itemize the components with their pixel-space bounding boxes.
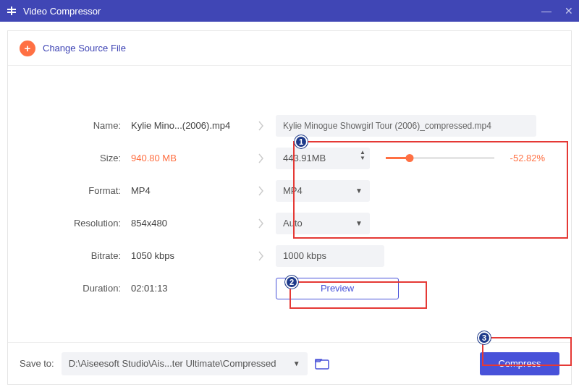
chevron-right-icon <box>247 251 276 261</box>
dest-name: Kylie Minogue Showgirl Tour (2006)_compr… <box>276 115 557 137</box>
label-name: Name: <box>22 120 131 131</box>
compress-button[interactable]: Compress <box>480 352 559 375</box>
dest-resolution: Auto▼ <box>276 213 557 234</box>
size-slider[interactable] <box>386 157 494 159</box>
open-folder-button[interactable] <box>315 357 329 370</box>
chevron-right-icon <box>247 153 276 163</box>
change-source-link[interactable]: Change Source File <box>43 43 126 54</box>
source-name: Kylie Mino...(2006).mp4 <box>131 120 247 131</box>
row-bitrate: Bitrate: 1050 kbps 1000 kbps <box>22 239 557 272</box>
row-format: Format: MP4 MP4▼ <box>22 174 557 207</box>
app-logo-icon <box>6 5 17 17</box>
source-format: MP4 <box>131 185 247 196</box>
chevron-right-icon <box>247 218 276 229</box>
dest-size: 443.91MB ▲▼ -52.82% <box>276 148 557 169</box>
row-name: Name: Kylie Mino...(2006).mp4 Kylie Mino… <box>22 109 557 142</box>
row-resolution: Resolution: 854x480 Auto▼ <box>22 207 557 239</box>
svg-rect-2 <box>11 7 12 15</box>
caret-down-icon: ▼ <box>355 219 363 227</box>
change-source-row: + Change Source File <box>8 31 571 66</box>
save-path-dropdown[interactable]: D:\Aiseesoft Studio\Ais...ter Ultimate\C… <box>62 352 308 375</box>
output-resolution-dropdown[interactable]: Auto▼ <box>276 213 370 234</box>
label-duration: Duration: <box>22 283 131 294</box>
save-to-label: Save to: <box>20 358 54 369</box>
label-bitrate: Bitrate: <box>22 250 131 261</box>
add-icon[interactable]: + <box>20 41 35 56</box>
window-title: Video Compressor <box>23 6 541 17</box>
annotation-badge-1: 1 <box>295 135 308 148</box>
annotation-badge-3: 3 <box>478 331 491 344</box>
source-size: 940.80 MB <box>131 153 247 163</box>
dest-preview: Preview <box>276 278 557 299</box>
source-duration: 02:01:13 <box>131 283 247 294</box>
stepper-controls[interactable]: ▲▼ <box>360 150 365 161</box>
window-buttons: ― ✕ <box>541 5 573 17</box>
caret-down-icon: ▼ <box>293 359 300 367</box>
output-size-stepper[interactable]: 443.91MB ▲▼ <box>276 148 370 169</box>
output-format-dropdown[interactable]: MP4▼ <box>276 180 370 202</box>
label-resolution: Resolution: <box>22 218 131 229</box>
dest-bitrate: 1000 kbps <box>276 245 557 267</box>
slider-thumb[interactable] <box>406 154 414 162</box>
annotation-badge-2: 2 <box>285 276 298 289</box>
label-format: Format: <box>22 185 131 196</box>
bottom-bar: Save to: D:\Aiseesoft Studio\Ais...ter U… <box>8 342 571 384</box>
row-size: Size: 940.80 MB 443.91MB ▲▼ -52.82% <box>22 142 557 174</box>
caret-down-icon: ▼ <box>355 187 363 195</box>
source-bitrate: 1050 kbps <box>131 250 247 261</box>
close-button[interactable]: ✕ <box>565 5 573 17</box>
size-reduction-pct: -52.82% <box>510 153 557 163</box>
chevron-right-icon <box>247 186 276 196</box>
output-name-field[interactable]: Kylie Minogue Showgirl Tour (2006)_compr… <box>276 115 536 137</box>
chevron-right-icon <box>247 121 276 131</box>
label-size: Size: <box>22 153 131 163</box>
titlebar: Video Compressor ― ✕ <box>0 0 579 22</box>
form-area: Name: Kylie Mino...(2006).mp4 Kylie Mino… <box>8 66 571 304</box>
output-bitrate-field: 1000 kbps <box>276 245 384 267</box>
dest-format: MP4▼ <box>276 180 557 202</box>
source-resolution: 854x480 <box>131 218 247 229</box>
minimize-button[interactable]: ― <box>541 5 551 17</box>
